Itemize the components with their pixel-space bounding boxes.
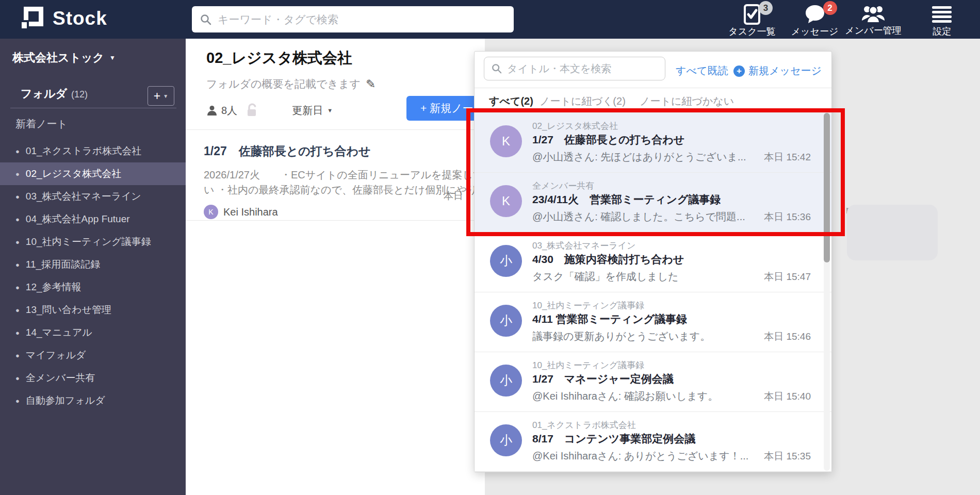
folders-divider: [10, 108, 176, 108]
scrollbar[interactable]: [824, 113, 830, 471]
global-search-input[interactable]: キーワード・タグで検索: [192, 6, 514, 32]
sidebar-item-folder-14[interactable]: ●14_マニュアル: [0, 321, 186, 344]
note-author-row: K Kei Ishihara: [204, 205, 485, 219]
message-timestamp: 本日 15:36: [764, 210, 811, 224]
chevron-down-icon: ▼: [109, 54, 116, 61]
nav-messages-label: メッセージ: [791, 25, 839, 38]
message-panel: タイトル・本文を検索 すべて既読 + 新規メッセージ すべて(2) ノートに紐づ…: [474, 51, 832, 472]
message-title: 4/30 施策内容検討打ち合わせ: [532, 252, 684, 267]
folders-header: フォルダ(12): [21, 86, 88, 102]
tab-not-linked[interactable]: ノートに紐づかない: [640, 94, 734, 108]
sidebar-item-folder-12[interactable]: ●12_参考情報: [0, 276, 186, 299]
app-window: n Stock キーワード・タグで検索 3 タスク一覧 2 メッセージ: [0, 0, 980, 495]
folder-bullet-icon: ●: [15, 170, 20, 178]
folder-bullet-icon: ●: [15, 306, 20, 314]
note-timestamp: 本日: [444, 189, 463, 203]
folder-bullet-icon: ●: [15, 397, 20, 405]
tab-linked-to-note[interactable]: ノートに紐づく(2): [540, 94, 626, 108]
sidebar-item-folder-03[interactable]: ●03_株式会社マネーライン: [0, 185, 186, 208]
note-title: 1/27 佐藤部長との打ち合わせ: [204, 143, 485, 159]
message-title: 8/17 コンテンツ事業部定例会議: [532, 432, 695, 446]
nav-messages-button[interactable]: 2 メッセージ: [785, 4, 844, 36]
avatar: 小: [490, 424, 522, 456]
sidebar-item-folder-01[interactable]: ●01_ネクストラボ株式会社: [0, 140, 186, 162]
nav-members-button[interactable]: メンバー管理: [840, 4, 907, 36]
message-list-item-3[interactable]: 小 03_株式会社マネーライン 4/30 施策内容検討打ち合わせ タスク「確認」…: [475, 233, 831, 292]
sidebar-item-folder-11[interactable]: ●11_採用面談記録: [0, 253, 186, 276]
folders-count: (12): [71, 89, 88, 100]
sidebar-item-folder-04[interactable]: ●04_株式会社App Futuer: [0, 208, 186, 230]
message-list: K 02_レジスタ株式会社 1/27 佐藤部長との打ち合わせ @小山透さん: 先…: [475, 113, 831, 472]
sort-selector[interactable]: 更新日 ▼: [292, 104, 333, 118]
add-folder-button[interactable]: + ▼: [148, 86, 174, 106]
message-title: 1/27 マネージャー定例会議: [532, 372, 674, 386]
pencil-icon: ✎: [366, 77, 375, 91]
tab-all[interactable]: すべて(2): [489, 94, 533, 108]
nav-tasks-label: タスク一覧: [728, 25, 775, 38]
top-navbar: Stock キーワード・タグで検索 3 タスク一覧 2 メッセージ メンバー管理: [0, 0, 980, 39]
message-category: 10_社内ミーティング議事録: [532, 359, 644, 371]
sidebar-item-all-members[interactable]: ●全メンバー共有: [0, 367, 186, 389]
note-author-name: Kei Ishihara: [223, 206, 278, 218]
messages-badge: 2: [823, 1, 837, 15]
folder-bullet-icon: ●: [15, 352, 20, 359]
avatar: 小: [490, 245, 522, 277]
folder-bullet-icon: ●: [15, 193, 20, 201]
note-preview: 2026/1/27火 ・ECサイトの全面リニューアルを提案して い ・社内の最終…: [204, 168, 485, 197]
message-category: 01_ネクストラボ株式会社: [532, 419, 636, 431]
message-list-item-1[interactable]: K 02_レジスタ株式会社 1/27 佐藤部長との打ち合わせ @小山透さん: 先…: [475, 113, 831, 173]
message-category: 03_株式会社マネーライン: [532, 240, 635, 252]
message-search-input[interactable]: タイトル・本文を検索: [484, 57, 665, 80]
sidebar-item-auto-join[interactable]: ●自動参加フォルダ: [0, 389, 186, 412]
background-rounded-box: [847, 205, 938, 260]
chevron-down-icon: ▼: [163, 93, 168, 99]
sidebar-item-new-notes[interactable]: 新着ノート: [15, 117, 68, 131]
stock-logo[interactable]: Stock: [20, 6, 107, 31]
message-timestamp: 本日 15:47: [764, 270, 811, 284]
message-timestamp: 本日 15:35: [764, 450, 811, 463]
message-timestamp: 本日 15:40: [764, 390, 811, 403]
sidebar: 株式会社ストック ▼ フォルダ(12) + ▼ 新着ノート ●01_ネクストラボ…: [0, 39, 186, 495]
search-icon: [200, 14, 211, 25]
nav-settings-label: 設定: [933, 25, 951, 38]
message-list-item-5[interactable]: 小 10_社内ミーティング議事録 1/27 マネージャー定例会議 @Kei Is…: [475, 352, 831, 412]
message-title: 23/4/11火 営業部ミーティング議事録: [532, 192, 721, 207]
sidebar-item-my-folder[interactable]: ●マイフォルダ: [0, 344, 186, 367]
message-preview: @Kei Ishiharaさん: ありがとうございます！...: [532, 449, 748, 463]
avatar: K: [490, 125, 522, 157]
message-timestamp: 本日 15:46: [764, 330, 811, 343]
org-selector[interactable]: 株式会社ストック ▼: [12, 50, 116, 65]
divider: [186, 220, 485, 221]
message-search-placeholder: タイトル・本文を検索: [507, 62, 611, 76]
page-title: 02_レジスタ株式会社: [206, 48, 352, 69]
folder-meta-row: 8人 更新日 ▼: [206, 103, 333, 118]
folder-bullet-icon: ●: [15, 216, 20, 223]
message-preview: @小山透さん: 先ほどはありがとうございま...: [532, 150, 746, 164]
sidebar-item-folder-02[interactable]: ●02_レジスタ株式会社: [0, 162, 186, 185]
folder-bullet-icon: ●: [15, 238, 20, 246]
scrollbar-thumb[interactable]: [824, 113, 830, 262]
message-preview: タスク「確認」を作成しました: [532, 270, 679, 284]
message-list-item-6[interactable]: 小 01_ネクストラボ株式会社 8/17 コンテンツ事業部定例会議 @Kei I…: [475, 412, 831, 472]
message-preview: @Kei Ishiharaさん: 確認お願いします。: [532, 389, 718, 403]
avatar: 小: [490, 365, 522, 397]
sidebar-item-folder-13[interactable]: ●13_問い合わせ管理: [0, 299, 186, 321]
stock-logo-icon: [20, 6, 45, 31]
folder-description[interactable]: フォルダの概要を記載できます ✎: [206, 77, 375, 91]
nav-settings-button[interactable]: 設定: [921, 4, 962, 36]
message-list-item-2[interactable]: K 全メンバー共有 23/4/11火 営業部ミーティング議事録 @小山透さん: …: [475, 173, 831, 233]
sidebar-item-folder-10[interactable]: ●10_社内ミーティング議事録: [0, 230, 186, 253]
settings-menu-icon: [932, 4, 952, 25]
plus-circle-icon: +: [733, 65, 745, 77]
avatar: 小: [490, 305, 522, 337]
note-list-item[interactable]: 1/27 佐藤部長との打ち合わせ 2026/1/27火 ・ECサイトの全面リニュ…: [186, 130, 485, 219]
lock-open-icon: [244, 103, 260, 118]
org-name: 株式会社ストック: [12, 50, 104, 65]
message-list-item-4[interactable]: 小 10_社内ミーティング議事録 4/11 営業部ミーティング議事録 議事録の更…: [475, 292, 831, 352]
nav-tasks-button[interactable]: 3 タスク一覧: [721, 4, 783, 36]
mark-all-read-link[interactable]: すべて既読: [676, 64, 728, 78]
avatar: K: [490, 185, 522, 217]
members-count[interactable]: 8人: [221, 104, 237, 118]
folder-bullet-icon: ●: [15, 329, 20, 337]
new-message-link[interactable]: + 新規メッセージ: [733, 64, 822, 78]
